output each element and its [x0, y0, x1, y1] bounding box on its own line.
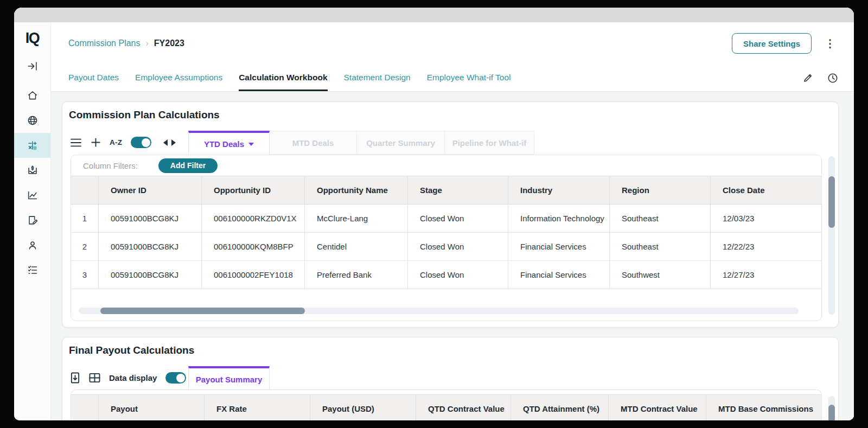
- column-header[interactable]: QTD Contract Value: [416, 395, 510, 420]
- sheet-tab-pipeline-what-if[interactable]: Pipeline for What-if: [445, 131, 534, 155]
- user-icon[interactable]: [14, 233, 50, 258]
- cell-opportunity-name[interactable]: Preferred Bank: [304, 261, 407, 289]
- app-window: IQ: [14, 8, 854, 420]
- sheet-tab-payout-summary[interactable]: Payout Summary: [188, 366, 270, 390]
- cell-stage[interactable]: Closed Won: [407, 233, 508, 261]
- column-header[interactable]: Industry: [508, 176, 609, 205]
- cell-stage[interactable]: Closed Won: [407, 205, 508, 233]
- section-title: Final Payout Calculations: [69, 344, 194, 356]
- column-header[interactable]: MTD Base Commissions: [706, 395, 821, 420]
- cell-owner-id[interactable]: 00591000BCG8KJ: [98, 261, 201, 289]
- cell-close-date[interactable]: 12/03/23: [710, 205, 821, 233]
- vertical-scrollbar[interactable]: [828, 156, 835, 315]
- column-filters-label: Column Filters:: [83, 161, 138, 170]
- row-number-header: [71, 176, 98, 205]
- column-header[interactable]: MTD Contract Value: [608, 395, 706, 420]
- workbook-tabbar: Payout Dates Employee Assumptions Calcul…: [51, 65, 854, 92]
- app-logo: IQ: [14, 22, 50, 54]
- cell-owner-id[interactable]: 00591000BCG8KJ: [98, 205, 201, 233]
- kebab-menu-icon[interactable]: ⋮: [821, 36, 839, 51]
- share-settings-button[interactable]: Share Settings: [732, 33, 812, 54]
- history-clock-icon[interactable]: [827, 72, 839, 84]
- collapse-panel-icon[interactable]: [14, 54, 50, 79]
- cell-industry[interactable]: Financial Services: [508, 261, 609, 289]
- row-number-header: [71, 395, 98, 420]
- sheet-tab-ytd-deals[interactable]: YTD Deals: [188, 131, 270, 155]
- performance-chart-icon[interactable]: [14, 183, 50, 208]
- cell-industry[interactable]: Financial Services: [508, 233, 609, 261]
- column-header[interactable]: Stage: [407, 176, 508, 205]
- commission-plan-calculations-card: Commission Plan Calculations A-Z: [62, 101, 839, 328]
- payout-inbox-icon[interactable]: [14, 158, 50, 183]
- sidebar: IQ: [14, 22, 51, 420]
- menu-icon[interactable]: [70, 138, 82, 148]
- cell-owner-id[interactable]: 00591000BCG8KJ: [98, 233, 201, 261]
- calculations-icon[interactable]: [14, 133, 50, 158]
- column-header[interactable]: Close Date: [710, 176, 821, 205]
- row-number: 2: [71, 233, 98, 261]
- cell-opportunity-id[interactable]: 006100000RKZD0V1X: [201, 205, 304, 233]
- export-file-icon[interactable]: [70, 372, 80, 384]
- tab-employee-what-if-tool[interactable]: Employee What-if Tool: [427, 65, 511, 91]
- final-payout-calculations-card: Final Payout Calculations Data display: [62, 337, 839, 420]
- sheet-tab-mtd-deals[interactable]: MTD Deals: [270, 131, 357, 155]
- checklist-icon[interactable]: [14, 258, 50, 283]
- cell-industry[interactable]: Information Technology: [508, 205, 609, 233]
- add-filter-button[interactable]: Add Filter: [158, 158, 218, 173]
- row-number: 3: [71, 261, 98, 289]
- column-header[interactable]: Payout: [98, 395, 204, 420]
- next-sheet-icon[interactable]: [171, 139, 176, 146]
- statement-edit-icon[interactable]: [14, 208, 50, 233]
- chevron-down-icon: [248, 143, 254, 146]
- column-header[interactable]: Opportunity Name: [304, 176, 407, 205]
- sort-az-label: A-Z: [110, 138, 122, 146]
- cell-opportunity-id[interactable]: 006100000KQM8BFP: [201, 233, 304, 261]
- cell-region[interactable]: Southeast: [609, 205, 710, 233]
- payout-toolbar: Data display: [70, 366, 186, 390]
- tab-payout-dates[interactable]: Payout Dates: [68, 65, 119, 91]
- section-title: Commission Plan Calculations: [69, 109, 220, 121]
- cell-close-date[interactable]: 12/22/23: [710, 233, 821, 261]
- tab-calculation-workbook[interactable]: Calculation Workbook: [239, 65, 327, 91]
- column-header[interactable]: Region: [609, 176, 710, 205]
- sheet-tab-quarter-summary[interactable]: Quarter Summary: [357, 131, 445, 155]
- sort-toggle[interactable]: [131, 137, 151, 148]
- payout-table: Payout FX Rate Payout (USD) QTD Contract…: [71, 394, 821, 420]
- column-header[interactable]: Opportunity ID: [201, 176, 304, 205]
- add-icon[interactable]: [91, 137, 101, 148]
- tab-statement-design[interactable]: Statement Design: [344, 65, 411, 91]
- cell-region[interactable]: Southeast: [609, 233, 710, 261]
- tab-employee-assumptions[interactable]: Employee Assumptions: [135, 65, 222, 91]
- horizontal-scrollbar-thumb[interactable]: [100, 308, 305, 314]
- home-icon[interactable]: [14, 83, 50, 108]
- table-grid-icon[interactable]: [89, 373, 100, 383]
- vertical-scrollbar-thumb[interactable]: [828, 405, 835, 420]
- column-header[interactable]: Payout (USD): [310, 395, 416, 420]
- cell-opportunity-name[interactable]: McClure-Lang: [304, 205, 407, 233]
- vertical-scrollbar-thumb[interactable]: [828, 176, 835, 228]
- row-number: 1: [71, 205, 98, 233]
- cell-close-date[interactable]: 12/27/23: [710, 261, 821, 289]
- cell-region[interactable]: Southwest: [609, 261, 710, 289]
- sheet-tabs: YTD Deals MTD Deals Quarter Summary Pipe…: [188, 131, 534, 155]
- vertical-scrollbar[interactable]: [828, 396, 835, 420]
- cell-opportunity-name[interactable]: Centidel: [304, 233, 407, 261]
- prev-sheet-icon[interactable]: [163, 139, 168, 146]
- horizontal-scrollbar[interactable]: [79, 308, 799, 314]
- column-header[interactable]: Owner ID: [98, 176, 201, 205]
- edit-pencil-icon[interactable]: [802, 72, 814, 84]
- globe-icon[interactable]: [14, 108, 50, 133]
- data-display-label: Data display: [109, 373, 157, 382]
- workbook-content: Commission Plan Calculations A-Z: [51, 92, 854, 420]
- breadcrumb-parent-link[interactable]: Commission Plans: [68, 39, 140, 48]
- column-header[interactable]: QTD Attainment (%): [510, 395, 608, 420]
- cell-stage[interactable]: Closed Won: [407, 261, 508, 289]
- column-header[interactable]: FX Rate: [204, 395, 310, 420]
- breadcrumb-separator: ›: [145, 39, 148, 48]
- deals-table: Owner ID Opportunity ID Opportunity Name…: [71, 176, 821, 289]
- payout-sheet: Payout FX Rate Payout (USD) QTD Contract…: [71, 389, 822, 420]
- cell-opportunity-id[interactable]: 0061000002FEY1018: [201, 261, 304, 289]
- sheet-toolbar: A-Z: [70, 130, 176, 155]
- data-display-toggle[interactable]: [165, 372, 186, 384]
- breadcrumb-current: FY2023: [154, 39, 184, 48]
